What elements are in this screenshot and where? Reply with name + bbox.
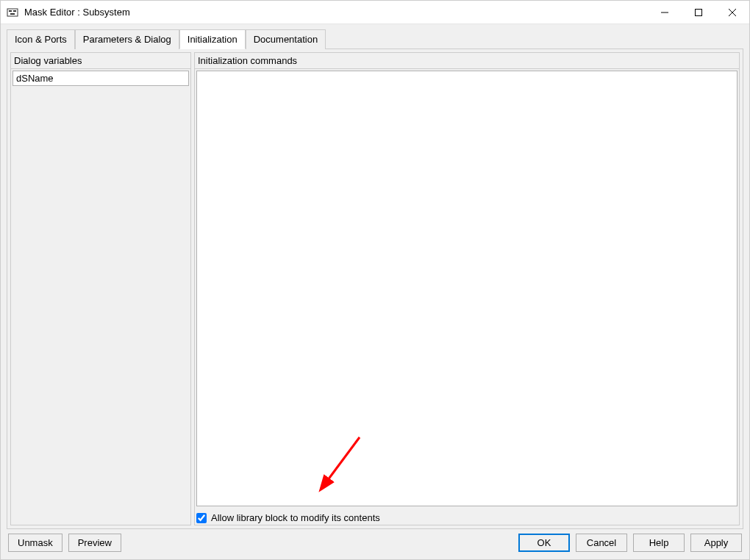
tab-icon-ports[interactable]: Icon & Ports (7, 29, 75, 49)
unmask-button[interactable]: Unmask (8, 534, 63, 552)
cancel-button[interactable]: Cancel (576, 534, 627, 552)
allow-library-row: Allow library block to modify its conten… (195, 508, 739, 525)
tab-documentation[interactable]: Documentation (246, 29, 326, 49)
mask-editor-window: Mask Editor : Subsystem Icon & P (0, 0, 750, 560)
button-bar: Unmask Preview OK Cancel Help Apply (7, 529, 743, 553)
initialization-commands-body: Allow library block to modify its conten… (194, 68, 740, 525)
tab-bar: Icon & Ports Parameters & Dialog Initial… (7, 29, 743, 49)
app-icon (7, 7, 18, 18)
ok-button[interactable]: OK (518, 534, 570, 552)
list-item[interactable]: dSName (12, 71, 189, 86)
tab-initialization[interactable]: Initialization (179, 29, 246, 49)
help-button[interactable]: Help (633, 534, 685, 552)
preview-button[interactable]: Preview (68, 534, 121, 552)
svg-rect-5 (696, 9, 702, 15)
commands-wrapper (195, 69, 739, 508)
dialog-variables-label: Dialog variables (10, 52, 191, 68)
svg-rect-3 (10, 13, 15, 15)
initialization-commands-input[interactable] (196, 71, 738, 506)
allow-library-checkbox[interactable] (196, 513, 207, 523)
window-title: Mask Editor : Subsystem (24, 7, 648, 18)
initialization-commands-label: Initialization commands (194, 52, 740, 68)
maximize-icon (695, 9, 702, 16)
dialog-variables-panel: Dialog variables dSName (10, 52, 191, 525)
tab-content-initialization: Dialog variables dSName Initialization c… (7, 49, 743, 529)
tab-parameters-dialog[interactable]: Parameters & Dialog (75, 29, 179, 49)
close-icon (729, 9, 736, 16)
close-button[interactable] (715, 1, 749, 24)
svg-rect-0 (7, 9, 18, 16)
titlebar: Mask Editor : Subsystem (1, 1, 749, 24)
minimize-button[interactable] (648, 1, 682, 24)
svg-rect-2 (13, 10, 16, 12)
maximize-button[interactable] (682, 1, 715, 24)
apply-button[interactable]: Apply (690, 534, 742, 552)
window-controls (648, 1, 749, 24)
allow-library-label[interactable]: Allow library block to modify its conten… (211, 512, 380, 523)
dialog-variables-list[interactable]: dSName (10, 68, 191, 525)
svg-rect-1 (9, 10, 12, 12)
minimize-icon (661, 9, 668, 16)
content-area: Icon & Ports Parameters & Dialog Initial… (1, 24, 749, 559)
initialization-commands-panel: Initialization commands Allow library bl… (194, 52, 740, 525)
